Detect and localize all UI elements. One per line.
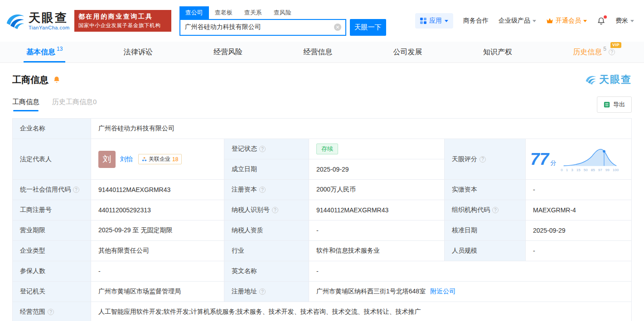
registered-address-label: 注册地址 ? <box>224 282 309 302</box>
nav-open-vip[interactable]: 开通会员 <box>546 17 587 25</box>
business-regno-value: 440112005292313 <box>91 200 224 220</box>
help-icon[interactable]: ? <box>259 288 266 295</box>
uscc-value: 91440112MAEXGRMR43 <box>91 180 224 200</box>
english-name-value: - <box>309 261 632 282</box>
establish-date-value: 2025-09-29 <box>309 159 445 180</box>
promo-line1: 都在用的商业查询工具 <box>78 13 167 21</box>
business-scope-value: 人工智能应用软件开发;软件开发;计算机系统服务;技术服务、技术开发、技术咨询、技… <box>91 302 632 321</box>
notifications-button[interactable] <box>597 17 605 25</box>
subtabs-row: 工商信息 历史工商信息0 导出 <box>12 96 632 113</box>
tianyancha-logo[interactable]: 天眼查 TianYanCha.com <box>5 11 70 31</box>
english-name-label: 英文名称 <box>224 261 309 282</box>
score-value: 77 分 <box>530 151 556 168</box>
score-axis-tick: 85 <box>591 168 595 172</box>
export-label: 导出 <box>613 101 625 109</box>
paid-capital-value: - <box>526 180 632 200</box>
registered-capital-value: 2000万人民币 <box>309 180 445 200</box>
tab-legal-label: 法律诉讼 <box>124 48 153 57</box>
tab-legal[interactable]: 法律诉讼 <box>121 42 155 62</box>
registered-capital-label: 注册资本 ? <box>224 180 309 200</box>
company-name-label: 企业名称 <box>13 119 91 139</box>
score-curve-chart <box>561 146 619 168</box>
tab-history-info[interactable]: VIP 历史信息 5 ? <box>570 42 618 62</box>
tab-operation-label: 经营信息 <box>303 48 332 57</box>
subtab-history-business-info[interactable]: 历史工商信息0 <box>52 98 97 111</box>
section-title: 工商信息 <box>12 74 48 86</box>
tyc-score-label: 天眼评分 ? <box>445 139 526 180</box>
score-axis-tick: 97 <box>598 168 602 172</box>
registration-authority-label: 登记机关 <box>13 282 91 302</box>
search-tab-boss[interactable]: 查老板 <box>209 6 238 19</box>
help-icon[interactable]: ? <box>259 187 266 193</box>
enterprise-label: 企业级产品 <box>499 17 530 25</box>
subscribe-bell-icon[interactable] <box>53 76 61 84</box>
company-type-value: 其他有限责任公司 <box>91 241 224 261</box>
registration-authority-value: 广州市黄埔区市场监督管理局 <box>91 282 224 302</box>
score-axis-ticks: 0 1 3 15 50 85 97 99 100 <box>561 168 619 172</box>
tab-development-label: 公司发展 <box>393 48 422 57</box>
subtab-history-label: 历史工商信息 <box>52 98 93 105</box>
tab-operating-risk[interactable]: 经营风险 <box>211 42 245 62</box>
search-tab-risk[interactable]: 查风险 <box>268 6 297 19</box>
company-search-input[interactable] <box>180 20 345 35</box>
score-axis-tick: 15 <box>576 168 581 172</box>
tab-basic-info[interactable]: 基本信息 13 <box>24 42 65 62</box>
score-number: 77 <box>530 151 549 168</box>
nearby-companies-link[interactable]: 附近公司 <box>430 287 455 296</box>
nav-enterprise-products[interactable]: 企业级产品 <box>499 17 536 25</box>
company-page-tabs: 基本信息 13 法律诉讼 经营风险 经营信息 公司发展 知识产权 VIP 历史信… <box>0 42 644 63</box>
promo-banner: 都在用的商业查询工具 国家中小企业发展子基金旗下机构 <box>74 10 171 32</box>
search-button[interactable]: 天眼一下 <box>350 19 386 36</box>
score-distribution-chart: 0 1 3 15 50 85 97 99 100 <box>561 146 619 172</box>
search-input-wrap: ✕ <box>179 19 346 36</box>
related-graph-icon <box>142 157 147 162</box>
legal-rep-label: 法定代表人 <box>13 139 91 180</box>
business-info-table: 企业名称 广州谷硅动力科技有限公司 法定代表人 刘 刘怡 关联企业 18 登记状… <box>12 118 632 321</box>
export-button[interactable]: 导出 <box>597 96 632 113</box>
search-tab-company[interactable]: 查公司 <box>179 6 209 19</box>
chevron-down-icon <box>630 20 634 24</box>
tab-company-development[interactable]: 公司发展 <box>391 42 425 62</box>
brand-domain: TianYanCha.com <box>29 25 70 30</box>
search-area: 查公司 查老板 查关系 查风险 ✕ 天眼一下 <box>179 6 386 36</box>
tab-operating-info[interactable]: 经营信息 <box>300 42 335 62</box>
establish-date-label: 成立日期 <box>224 159 309 180</box>
related-companies-count: 18 <box>172 156 178 163</box>
subtab-business-info[interactable]: 工商信息 <box>12 98 39 111</box>
subtab-history-count: 0 <box>93 98 97 105</box>
export-excel-icon <box>604 101 610 108</box>
help-icon[interactable]: ? <box>259 146 266 152</box>
search-tab-relation[interactable]: 查关系 <box>238 6 268 19</box>
help-icon[interactable]: ? <box>272 207 278 213</box>
help-icon[interactable]: ? <box>48 309 54 315</box>
legal-rep-cell: 刘 刘怡 关联企业 18 <box>91 139 224 180</box>
nav-cooperation[interactable]: 商务合作 <box>463 17 489 25</box>
related-companies-tag[interactable]: 关联企业 18 <box>138 154 182 164</box>
open-vip-label: 开通会员 <box>556 17 581 25</box>
clear-search-icon[interactable]: ✕ <box>334 24 341 31</box>
taxpayer-id-label: 纳税人识别号 ? <box>224 200 309 220</box>
paid-capital-label: 实缴资本 <box>445 180 526 200</box>
help-icon[interactable]: ? <box>609 49 615 55</box>
org-code-label: 组织机构代码 ? <box>445 200 526 220</box>
business-scope-label: 经营范围 ? <box>13 302 91 321</box>
tab-intellectual-property[interactable]: 知识产权 <box>480 42 515 62</box>
score-axis-tick: 0 <box>561 168 562 172</box>
crown-icon <box>546 18 553 24</box>
apps-menu[interactable]: 应用 <box>415 13 453 29</box>
help-icon[interactable]: ? <box>492 207 499 213</box>
registered-address-cell: 广州市黄埔区纳科西三街1号北塔648室 附近公司 <box>309 282 632 302</box>
score-axis-tick: 50 <box>584 168 588 172</box>
legal-rep-name-link[interactable]: 刘怡 <box>120 155 133 163</box>
help-icon[interactable]: ? <box>73 187 79 193</box>
company-type-label: 企业类型 <box>13 241 91 261</box>
org-code-value: MAEXGRMR-4 <box>526 200 632 220</box>
user-menu[interactable]: 费米 <box>615 17 634 25</box>
status-badge: 存续 <box>316 144 338 154</box>
help-icon[interactable]: ? <box>479 156 486 163</box>
chevron-down-icon <box>533 20 536 24</box>
legal-rep-avatar[interactable]: 刘 <box>98 151 116 168</box>
top-header: 天眼查 TianYanCha.com 都在用的商业查询工具 国家中小企业发展子基… <box>0 0 644 42</box>
tyc-score-cell[interactable]: 77 分 0 1 3 15 50 85 97 99 <box>526 139 632 180</box>
notification-red-dot <box>604 15 607 19</box>
